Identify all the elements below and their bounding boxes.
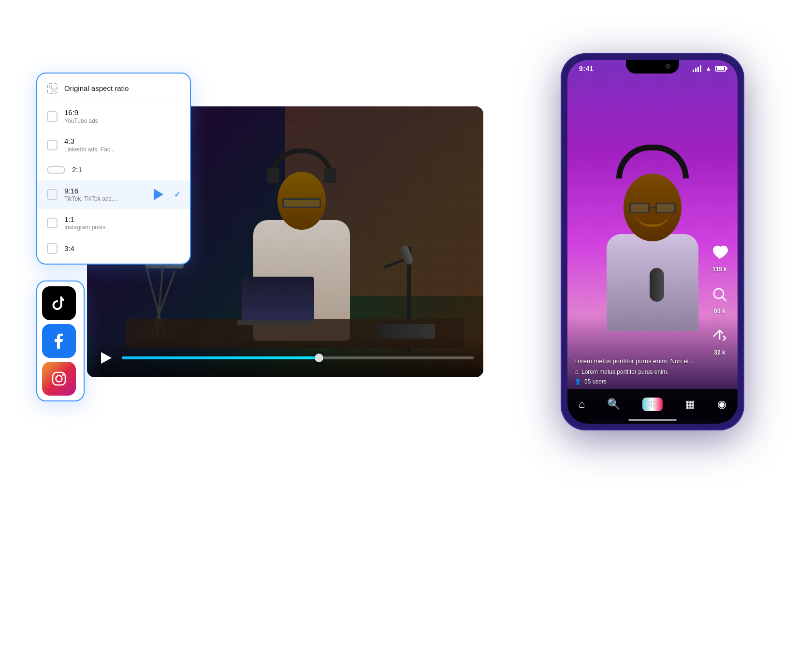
progress-fill [122,356,319,359]
nav-add[interactable] [642,398,663,411]
original-label: Original aspect ratio [64,84,180,93]
wifi-icon: ▲ [705,65,711,72]
sub-16-9: YouTube ads [64,118,180,125]
aspect-9-16-text: 9:16 TikTok, TikTok ads,... [64,186,147,203]
aspect-4-3-text: 4:3 LinkedIn ads, Fac... [64,136,180,153]
home-icon: ⌂ [579,398,585,411]
selected-play-icon [154,189,163,200]
instagram-icon [50,370,68,387]
users-icon: 👤 [574,378,581,385]
tiktok-likes[interactable]: 115 k [709,242,731,273]
label-16-9: 16:9 [64,108,180,118]
comments-count: 60 k [714,308,725,314]
divider-1 [37,101,190,101]
aspect-item-4-3[interactable]: 4:3 LinkedIn ads, Fac... [37,131,190,159]
facebook-icon [51,333,67,349]
aspect-item-2-1[interactable]: 2:1 [37,159,190,180]
aspect-item-9-16[interactable]: 9:16 TikTok, TikTok ads,... ✓ [37,180,190,209]
svg-point-3 [56,376,62,382]
checkbox-2-1 [47,166,65,174]
share-icon [709,325,731,347]
tiktok-actions-panel: 115 k 60 k 32 k [709,242,731,356]
aspect-1-1-text: 1:1 Instagram posts [64,215,180,232]
tiktok-comments[interactable]: 60 k [709,283,731,314]
checkbox-original [47,83,58,94]
aspect-item-16-9[interactable]: 16:9 YouTube ads [37,102,190,131]
nav-home[interactable]: ⌂ [579,398,585,411]
label-2-1: 2:1 [72,165,180,175]
play-button[interactable] [97,349,114,367]
tiktok-caption-area: Lorem metus porttitor purus enim. Non et… [574,357,704,385]
tiktok-caption-text: Lorem metus porttitor purus enim. Non et… [574,357,704,365]
svg-rect-1 [53,89,55,91]
inbox-icon: ▦ [685,398,695,411]
heart-icon [709,242,731,264]
signal-icon [693,65,701,72]
search-icon [709,283,731,306]
music-note-icon: ♫ [574,369,579,375]
social-platforms-panel [36,281,85,401]
tiktok-shares[interactable]: 32 k [709,325,731,356]
checkbox-1-1 [47,218,58,228]
video-controls [87,339,483,377]
front-camera [666,64,670,69]
phone-mockup: 9:41 ▲ [561,53,744,430]
aspect-original-text: Original aspect ratio [64,84,180,93]
tiktok-icon [50,295,68,312]
instagram-button[interactable] [42,362,76,396]
likes-count: 115 k [712,266,727,273]
add-button[interactable] [642,398,663,411]
users-count: 55 users [584,378,607,385]
home-indicator [628,419,677,421]
aspect-2-1-text: 2:1 [72,165,180,175]
tiktok-button[interactable] [42,286,76,320]
tiktok-music-info: ♫ Lorem metus porttitor purus enim. [574,369,704,375]
progress-thumb[interactable] [315,354,323,362]
facebook-button[interactable] [42,324,76,358]
aspect-16-9-text: 16:9 YouTube ads [64,108,180,125]
tiktok-users-info: 👤 55 users [574,378,704,385]
battery-icon [715,66,726,72]
aspect-item-3-4[interactable]: 3:4 [37,237,190,260]
aspect-3-4-text: 3:4 [64,244,180,253]
nav-search[interactable]: 🔍 [607,398,620,411]
sub-4-3: LinkedIn ads, Fac... [64,146,180,154]
nav-inbox[interactable]: ▦ [685,398,695,411]
aspect-item-1-1[interactable]: 1:1 Instagram posts [37,209,190,237]
checkbox-9-16 [47,189,58,200]
phone-screen: 9:41 ▲ [567,60,738,424]
svg-line-6 [722,297,726,301]
phone-status-icons: ▲ [693,65,726,72]
label-3-4: 3:4 [64,244,180,253]
aspect-item-original[interactable]: Original aspect ratio [37,77,190,100]
checkbox-3-4 [47,243,58,254]
selected-checkmark: ✓ [174,190,180,199]
aspect-ratio-panel: Original aspect ratio 16:9 YouTube ads 4… [36,73,191,265]
label-1-1: 1:1 [64,215,180,224]
profile-icon: ◉ [717,398,726,411]
shares-count: 32 k [714,349,725,356]
phone-notch [626,60,679,74]
checkbox-4-3 [47,140,58,150]
svg-point-4 [62,374,64,376]
checkbox-16-9 [47,111,58,122]
music-text: Lorem metus porttitor purus enim. [581,369,668,375]
label-9-16: 9:16 [64,186,147,196]
nav-search-icon: 🔍 [607,398,620,411]
progress-bar[interactable] [122,356,474,359]
sub-9-16: TikTok, TikTok ads,... [64,195,147,203]
phone-time: 9:41 [579,65,594,73]
label-4-3: 4:3 [64,136,180,146]
play-icon [101,352,112,364]
battery-fill [717,67,724,70]
svg-rect-0 [49,86,52,88]
sub-1-1: Instagram posts [64,224,180,232]
nav-profile[interactable]: ◉ [717,398,726,411]
